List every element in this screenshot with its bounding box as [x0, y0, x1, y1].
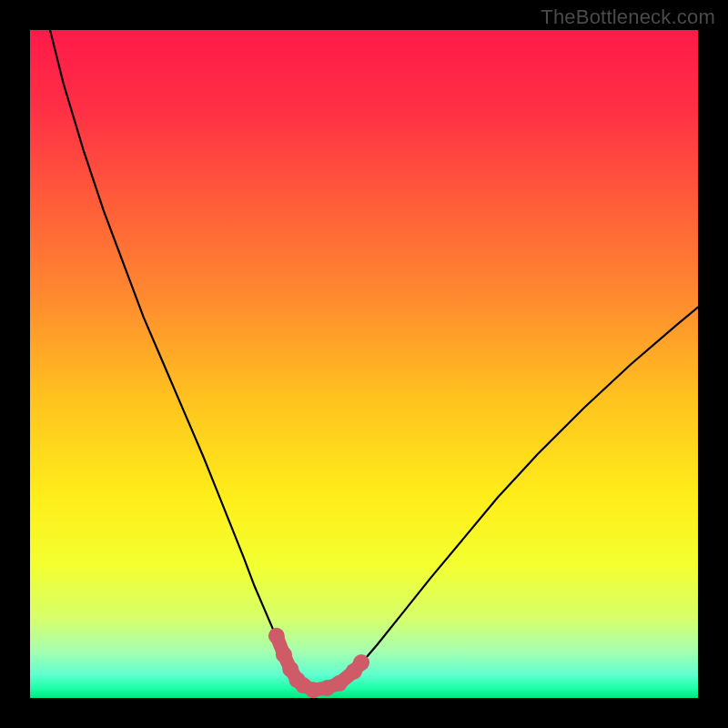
highlight-marker-dot	[268, 628, 285, 644]
plot-area	[30, 30, 698, 698]
watermark-text: TheBottleneck.com	[541, 5, 715, 29]
highlight-marker-dot	[305, 682, 321, 698]
highlight-marker-dot	[331, 675, 348, 692]
highlight-marker-dot	[276, 646, 292, 662]
highlight-marker-dot	[353, 654, 369, 671]
chart-frame: TheBottleneck.com	[0, 0, 728, 728]
plot-svg	[30, 30, 698, 698]
bottleneck-curve	[50, 30, 698, 691]
